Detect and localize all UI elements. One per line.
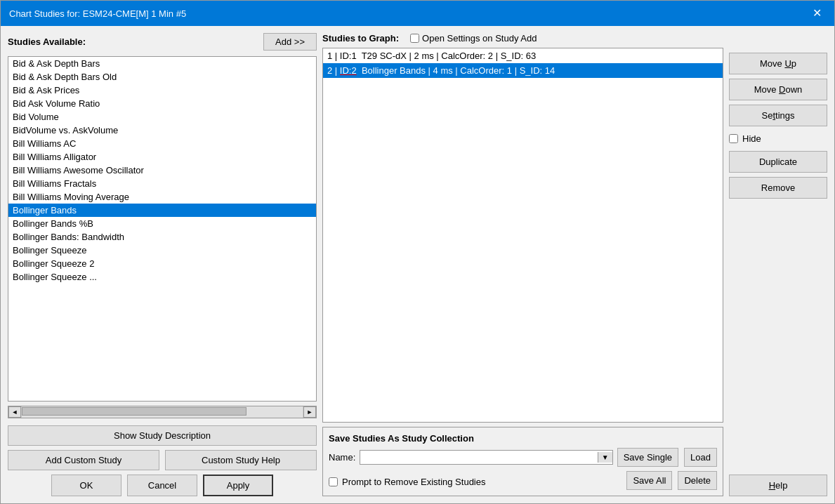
name-input-combo[interactable]: ▼ [360, 450, 612, 465]
combo-arrow-icon[interactable]: ▼ [598, 452, 612, 463]
save-single-button[interactable]: Save Single [617, 448, 678, 467]
h-scroll-thumb[interactable] [22, 407, 246, 416]
list-item[interactable]: Bill Williams Awesome Oscillator [8, 164, 316, 177]
studies-available-label: Studies Available: [8, 37, 86, 47]
studies-available-list[interactable]: Bid & Ask Depth Bars Bid & Ask Depth Bar… [8, 56, 317, 402]
list-item[interactable]: Bollinger Bands: Bandwidth [8, 230, 316, 244]
underline-id: ID:2 [340, 65, 357, 76]
hide-checkbox[interactable] [729, 134, 738, 143]
move-up-button[interactable]: Move Up [729, 53, 827, 74]
graph-studies-list[interactable]: 1 | ID:1 T29 SC-dX | 2 ms | CalcOrder: 2… [322, 48, 723, 423]
left-panel-header: Studies Available: Add >> [8, 33, 317, 51]
list-item[interactable]: Bill Williams Alligator [8, 150, 316, 164]
list-item[interactable]: Bid & Ask Depth Bars [8, 57, 316, 70]
bottom-left: Show Study Description Add Custom Study … [8, 425, 317, 496]
prompt-label: Prompt to Remove Existing Studies [342, 477, 485, 487]
name-row: Name: ▼ Save Single Load [329, 448, 717, 467]
save-all-button[interactable]: Save All [626, 471, 672, 490]
list-item[interactable]: Bollinger Squeeze [8, 244, 316, 257]
close-button[interactable]: ✕ [808, 6, 826, 20]
hide-label[interactable]: Hide [742, 133, 761, 144]
move-down-button[interactable]: Move Down [729, 79, 827, 100]
open-settings-label[interactable]: Open Settings on Study Add [410, 33, 537, 44]
h-scrollbar[interactable]: ◄ ► [8, 406, 317, 418]
save-collection-title: Save Studies As Study Collection [329, 433, 717, 444]
duplicate-button[interactable]: Duplicate [729, 151, 827, 173]
scroll-right-btn[interactable]: ► [303, 406, 316, 418]
hide-row: Hide [729, 131, 827, 147]
scroll-left-btn[interactable]: ◄ [8, 406, 21, 418]
prompt-row[interactable]: Prompt to Remove Existing Studies [329, 477, 485, 487]
right-panel: Move Up Move Down Settings Hide Duplicat… [729, 33, 827, 496]
list-item[interactable]: Bid Ask Volume Ratio [8, 97, 316, 110]
list-item[interactable]: Bollinger Squeeze 2 [8, 257, 316, 270]
open-settings-checkbox[interactable] [410, 34, 419, 43]
open-settings-text: Open Settings on Study Add [422, 33, 537, 44]
list-item[interactable]: Bid & Ask Depth Bars Old [8, 70, 316, 84]
list-item[interactable]: Bollinger Bands %B [8, 217, 316, 230]
prompt-checkbox[interactable] [329, 477, 338, 486]
ok-cancel-row: OK Cancel Apply [8, 475, 317, 496]
graph-list-item[interactable]: 1 | ID:1 T29 SC-dX | 2 ms | CalcOrder: 2… [323, 48, 723, 63]
cancel-button[interactable]: Cancel [127, 475, 197, 496]
list-item[interactable]: Bollinger Squeeze ... [8, 270, 316, 284]
prompt-save-row: Prompt to Remove Existing Studies Save A… [329, 471, 717, 490]
name-label: Name: [329, 452, 355, 463]
list-item[interactable]: BidVolume vs. AskVolume [8, 124, 316, 137]
h-scroll-track[interactable] [21, 406, 303, 418]
graph-list-item-selected[interactable]: 2 | ID:2 Bollinger Bands | 4 ms | CalcOr… [323, 63, 723, 78]
left-panel: Studies Available: Add >> Bid & Ask Dept… [8, 33, 317, 496]
add-custom-study-button[interactable]: Add Custom Study [8, 450, 159, 470]
list-item[interactable]: Bill Williams AC [8, 137, 316, 150]
apply-button[interactable]: Apply [203, 475, 273, 496]
list-item[interactable]: Bill Williams Moving Average [8, 190, 316, 204]
settings-button[interactable]: Settings [729, 105, 827, 126]
list-item[interactable]: Bid Volume [8, 110, 316, 124]
dialog-body: Studies Available: Add >> Bid & Ask Dept… [1, 26, 834, 503]
list-item[interactable]: Bid & Ask Prices [8, 84, 316, 97]
title-bar-title: Chart Studies for: ESM24-CME[M] 1 Min #5 [9, 8, 186, 19]
save-collection-box: Save Studies As Study Collection Name: ▼… [322, 427, 723, 496]
name-input[interactable] [360, 451, 597, 464]
remove-button[interactable]: Remove [729, 177, 827, 199]
list-item[interactable]: Bill Williams Fractals [8, 177, 316, 190]
title-bar: Chart Studies for: ESM24-CME[M] 1 Min #5… [1, 1, 834, 26]
save-all-delete-row: Save All Delete [626, 471, 717, 490]
dialog-window: Chart Studies for: ESM24-CME[M] 1 Min #5… [0, 0, 835, 504]
add-button[interactable]: Add >> [263, 33, 317, 51]
load-button[interactable]: Load [684, 448, 717, 467]
delete-button[interactable]: Delete [678, 471, 717, 490]
help-button[interactable]: Help [729, 475, 827, 496]
studies-to-graph-header: Studies to Graph: Open Settings on Study… [322, 33, 723, 44]
ok-button[interactable]: OK [51, 475, 121, 496]
list-item-selected[interactable]: Bollinger Bands [8, 204, 316, 217]
show-study-desc-button[interactable]: Show Study Description [8, 425, 317, 446]
custom-study-help-button[interactable]: Custom Study Help [165, 450, 317, 470]
studies-to-graph-label: Studies to Graph: [322, 33, 399, 44]
center-panel: Studies to Graph: Open Settings on Study… [322, 33, 723, 496]
save-single-load-row: Save Single Load [617, 448, 717, 467]
custom-study-row: Add Custom Study Custom Study Help [8, 450, 317, 470]
